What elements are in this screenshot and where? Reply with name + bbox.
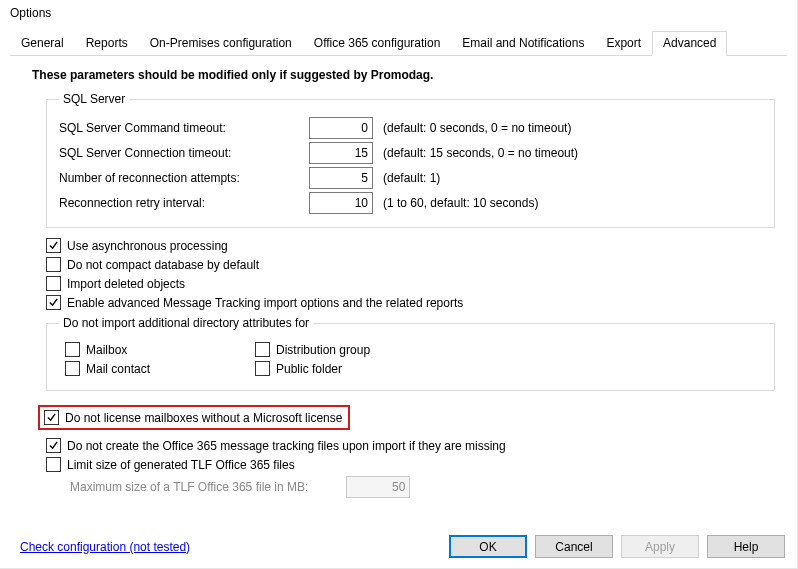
tab-email[interactable]: Email and Notifications (451, 31, 595, 56)
no-import-attrs-group: Do not import additional directory attri… (46, 316, 775, 391)
checkbox-icon (46, 295, 61, 310)
help-button[interactable]: Help (707, 535, 785, 558)
chk-public-folder[interactable]: Public folder (255, 361, 439, 376)
options-window: Options General Reports On-Premises conf… (0, 0, 798, 569)
hint-cmd-timeout: (default: 0 seconds, 0 = no timeout) (383, 121, 571, 135)
sql-server-legend: SQL Server (59, 92, 129, 106)
input-cmd-timeout[interactable] (309, 117, 373, 139)
chk-import-deleted-label: Import deleted objects (67, 277, 185, 291)
chk-adv-tracking-label: Enable advanced Message Tracking import … (67, 296, 463, 310)
page-heading: These parameters should be modified only… (32, 68, 775, 82)
chk-public-folder-label: Public folder (276, 362, 342, 376)
checkbox-icon (46, 438, 61, 453)
sql-server-group: SQL Server SQL Server Command timeout: (… (46, 92, 775, 228)
checkbox-icon (255, 342, 270, 357)
row-conn-timeout: SQL Server Connection timeout: (default:… (59, 142, 762, 164)
input-retry-interval[interactable] (309, 192, 373, 214)
tab-o365[interactable]: Office 365 configuration (303, 31, 452, 56)
lbl-conn-timeout: SQL Server Connection timeout: (59, 146, 309, 160)
chk-mailbox[interactable]: Mailbox (65, 342, 249, 357)
chk-dist-group[interactable]: Distribution group (255, 342, 439, 357)
row-retry-interval: Reconnection retry interval: (1 to 60, d… (59, 192, 762, 214)
chk-no-license-label: Do not license mailboxes without a Micro… (65, 411, 342, 425)
chk-limit-size-label: Limit size of generated TLF Office 365 f… (67, 458, 295, 472)
chk-adv-tracking[interactable]: Enable advanced Message Tracking import … (46, 295, 775, 310)
tab-reports[interactable]: Reports (75, 31, 139, 56)
chk-no-create-files[interactable]: Do not create the Office 365 message tra… (46, 438, 775, 453)
ok-button[interactable]: OK (449, 535, 527, 558)
row-reconnect-attempts: Number of reconnection attempts: (defaul… (59, 167, 762, 189)
footer: Check configuration (not tested) OK Canc… (0, 535, 797, 558)
lbl-cmd-timeout: SQL Server Command timeout: (59, 121, 309, 135)
tab-export[interactable]: Export (595, 31, 652, 56)
chk-no-create-files-label: Do not create the Office 365 message tra… (67, 439, 506, 453)
row-cmd-timeout: SQL Server Command timeout: (default: 0 … (59, 117, 762, 139)
tab-bar: General Reports On-Premises configuratio… (10, 30, 787, 56)
window-title: Options (0, 0, 797, 24)
chk-no-compact[interactable]: Do not compact database by default (46, 257, 775, 272)
lbl-max-size: Maximum size of a TLF Office 365 file in… (70, 480, 308, 494)
chk-import-deleted[interactable]: Import deleted objects (46, 276, 775, 291)
chk-dist-group-label: Distribution group (276, 343, 370, 357)
input-conn-timeout[interactable] (309, 142, 373, 164)
highlight-no-license: Do not license mailboxes without a Micro… (38, 405, 350, 430)
chk-mail-contact-label: Mail contact (86, 362, 150, 376)
no-import-legend: Do not import additional directory attri… (59, 316, 313, 330)
lbl-retry-interval: Reconnection retry interval: (59, 196, 309, 210)
tab-general[interactable]: General (10, 31, 75, 56)
input-reconnect-attempts[interactable] (309, 167, 373, 189)
tab-content: These parameters should be modified only… (22, 68, 775, 498)
lbl-reconnect-attempts: Number of reconnection attempts: (59, 171, 309, 185)
input-max-size (346, 476, 410, 498)
hint-reconnect-attempts: (default: 1) (383, 171, 440, 185)
chk-async-label: Use asynchronous processing (67, 239, 228, 253)
checkbox-icon (65, 342, 80, 357)
chk-no-compact-label: Do not compact database by default (67, 258, 259, 272)
apply-button[interactable]: Apply (621, 535, 699, 558)
checkbox-icon (46, 457, 61, 472)
tab-advanced[interactable]: Advanced (652, 31, 727, 56)
chk-limit-size[interactable]: Limit size of generated TLF Office 365 f… (46, 457, 775, 472)
checkbox-icon (65, 361, 80, 376)
row-max-size: Maximum size of a TLF Office 365 file in… (70, 476, 775, 498)
chk-async-processing[interactable]: Use asynchronous processing (46, 238, 775, 253)
checkbox-icon (46, 276, 61, 291)
chk-mail-contact[interactable]: Mail contact (65, 361, 249, 376)
hint-conn-timeout: (default: 15 seconds, 0 = no timeout) (383, 146, 578, 160)
check-config-link[interactable]: Check configuration (not tested) (20, 540, 190, 554)
checkbox-icon (46, 257, 61, 272)
chk-mailbox-label: Mailbox (86, 343, 127, 357)
hint-retry-interval: (1 to 60, default: 10 seconds) (383, 196, 538, 210)
checkbox-icon (46, 238, 61, 253)
checkbox-icon (44, 410, 59, 425)
checkbox-icon (255, 361, 270, 376)
chk-no-license[interactable]: Do not license mailboxes without a Micro… (44, 410, 342, 425)
tab-onprem[interactable]: On-Premises configuration (139, 31, 303, 56)
cancel-button[interactable]: Cancel (535, 535, 613, 558)
